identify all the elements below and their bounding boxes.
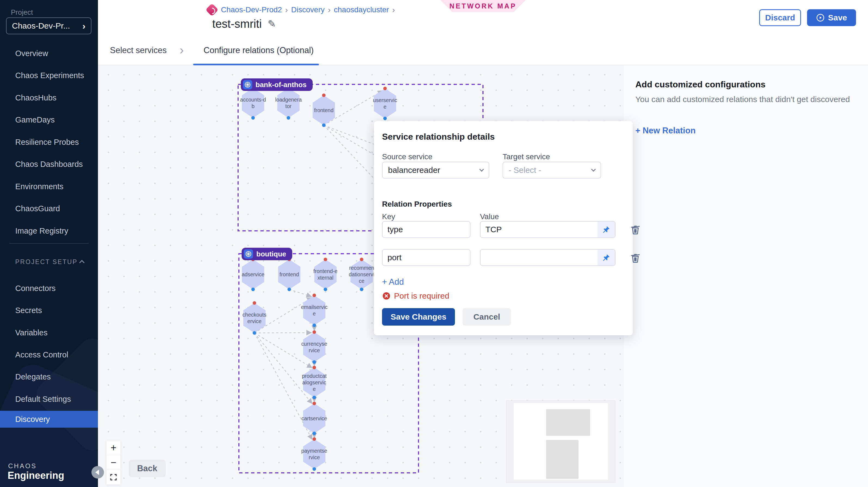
out-port — [324, 288, 327, 291]
new-relation-button[interactable]: + New Relation — [636, 126, 695, 135]
value-field-row2 — [480, 249, 616, 266]
sidebar-item-gamedays[interactable]: GameDays — [0, 112, 98, 128]
kubernetes-icon — [243, 80, 252, 89]
service-hexagon-currencyservice[interactable] — [303, 332, 326, 362]
chevron-down-icon — [591, 167, 596, 172]
project-setup-label: PROJECT SETUP — [15, 258, 78, 266]
in-port — [322, 94, 326, 97]
sidebar-item-variables[interactable]: Variables — [0, 325, 98, 340]
minimap-viewport — [514, 403, 608, 480]
breadcrumb-discovery[interactable]: Discovery — [291, 5, 324, 14]
cluster-name: bank-of-anthos — [255, 81, 307, 89]
out-port — [287, 116, 290, 120]
minimap-cluster-boutique — [546, 440, 579, 479]
out-port — [313, 396, 316, 399]
delete-row1-button[interactable] — [629, 223, 642, 236]
save-button[interactable]: Save — [807, 9, 856, 26]
validation-error: Port is required — [382, 291, 449, 301]
service-hexagon-loadgenerator[interactable] — [277, 88, 300, 118]
cluster-tag-bank-of-anthos[interactable]: bank-of-anthos — [241, 79, 313, 91]
zoom-in-button[interactable]: + — [106, 440, 121, 455]
customized-configurations-panel: Add customized configurations You can ad… — [623, 65, 868, 487]
sidebar-item-chaos-experiments[interactable]: Chaos Experiments — [0, 67, 98, 83]
pin-icon — [602, 253, 610, 262]
out-port — [288, 288, 291, 291]
panel-subtitle: You can add customized relations that di… — [636, 95, 859, 104]
minimap[interactable] — [506, 401, 615, 483]
sidebar-item-chaos-dashboards[interactable]: Chaos Dashboards — [0, 156, 98, 172]
add-property-button[interactable]: + Add — [382, 277, 404, 287]
save-changes-button[interactable]: Save Changes — [382, 308, 455, 326]
tab-select-services[interactable]: Select services — [110, 35, 166, 65]
sidebar-item-chaoshubs[interactable]: ChaosHubs — [0, 90, 98, 105]
back-button[interactable]: Back — [129, 460, 166, 477]
project-selector[interactable]: Chaos-Dev-Pr... › — [6, 18, 91, 34]
out-port — [313, 467, 316, 471]
service-hexagon-frontend-external[interactable] — [314, 260, 337, 290]
chevron-left-icon — [95, 469, 99, 475]
value-input-row2[interactable] — [480, 250, 597, 266]
out-port — [360, 288, 364, 291]
wizard-tabs: Select services › Configure relations (O… — [98, 35, 868, 65]
source-service-select[interactable]: balancereader — [382, 162, 489, 179]
project-setup-header[interactable]: PROJECT SETUP — [0, 255, 98, 268]
target-service-select[interactable]: - Select - — [502, 162, 601, 179]
sidebar-item-chaosguard[interactable]: ChaosGuard — [0, 201, 98, 216]
key-input-row2[interactable] — [382, 249, 470, 266]
service-label: adservice — [242, 271, 264, 277]
sidebar-item-environments[interactable]: Environments — [0, 179, 98, 194]
chevron-separator-icon: › — [324, 5, 334, 14]
sidebar-divider — [9, 243, 89, 244]
out-port — [253, 331, 256, 335]
value-input-row1[interactable] — [480, 221, 597, 237]
canvas-zoom-controls: + − — [106, 440, 121, 485]
in-port — [324, 258, 327, 261]
sidebar-item-access-control[interactable]: Access Control — [0, 347, 98, 363]
trash-icon — [629, 223, 642, 236]
sidebar-item-secrets[interactable]: Secrets — [0, 302, 98, 318]
source-service-value: balancereader — [388, 165, 440, 175]
delete-row2-button[interactable] — [629, 251, 642, 264]
validation-error-text: Port is required — [394, 291, 449, 301]
discard-button[interactable]: Discard — [759, 9, 801, 26]
in-port — [383, 87, 387, 90]
cluster-tag-boutique[interactable]: boutique — [242, 248, 292, 260]
tab-configure-relations[interactable]: Configure relations (Optional) — [204, 35, 314, 65]
service-hexagon-emailservice[interactable] — [303, 295, 326, 325]
sidebar-item-delegates[interactable]: Delegates — [0, 369, 98, 385]
pin-button[interactable] — [597, 221, 615, 237]
pin-icon — [602, 225, 610, 234]
zoom-out-button[interactable]: − — [106, 455, 121, 470]
sidebar-collapse-button[interactable] — [91, 466, 104, 479]
cluster-name: boutique — [256, 250, 286, 258]
service-label: frontend — [279, 271, 299, 277]
sidebar-item-discovery[interactable]: Discovery — [0, 411, 98, 428]
pin-button[interactable] — [597, 250, 615, 266]
modal-title: Service relationship details — [382, 132, 495, 142]
service-relationship-modal: Service relationship details Source serv… — [374, 121, 633, 335]
sidebar-item-image-registry[interactable]: Image Registry — [0, 223, 98, 239]
breadcrumb-agent[interactable]: chaosdaycluster — [334, 5, 389, 14]
out-port — [383, 117, 387, 120]
sidebar-item-default-settings[interactable]: Default Settings — [0, 391, 98, 407]
sidebar-item-connectors[interactable]: Connectors — [0, 280, 98, 296]
in-port — [360, 258, 364, 261]
service-hexagon-paymentservice[interactable] — [303, 439, 326, 469]
key-input-row1[interactable] — [382, 221, 470, 238]
in-port — [313, 437, 316, 441]
in-port — [313, 294, 316, 297]
sidebar-item-overview[interactable]: Overview — [0, 45, 98, 61]
service-hexagon-accounts-db[interactable] — [242, 88, 264, 118]
value-column-label: Value — [480, 212, 499, 221]
out-port — [313, 432, 316, 435]
service-hexagon-userservice[interactable] — [374, 89, 396, 118]
breadcrumb-project[interactable]: Chaos-Dev-Prod2 — [221, 5, 282, 14]
project-selector-value: Chaos-Dev-Pr... — [12, 21, 70, 30]
fullscreen-button[interactable] — [106, 470, 121, 485]
service-connection — [254, 333, 312, 333]
sidebar-item-resilience-probes[interactable]: Resilience Probes — [0, 134, 98, 150]
out-port — [251, 288, 255, 291]
cancel-button[interactable]: Cancel — [463, 308, 511, 326]
target-service-placeholder: - Select - — [508, 165, 541, 175]
edit-icon[interactable]: ✎ — [268, 18, 276, 30]
